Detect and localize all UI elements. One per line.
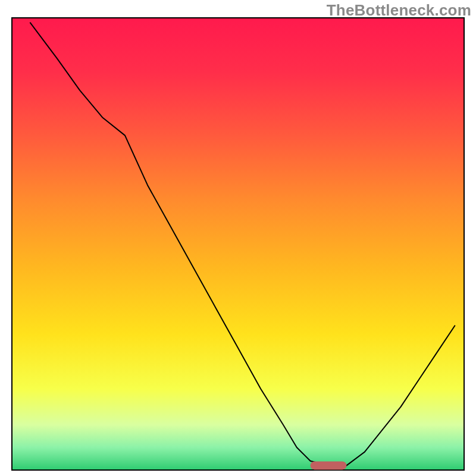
- watermark-text: TheBottleneck.com: [327, 1, 471, 20]
- bottleneck-chart: [0, 0, 476, 476]
- optimal-marker: [311, 461, 347, 469]
- chart-background: [12, 18, 464, 470]
- chart-container: TheBottleneck.com: [0, 0, 476, 476]
